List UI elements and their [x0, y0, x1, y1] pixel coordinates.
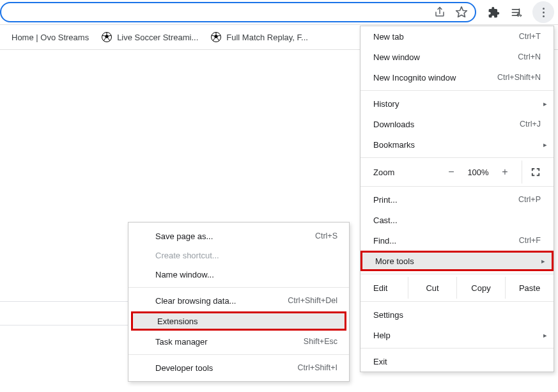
menu-separator	[360, 274, 554, 274]
star-icon[interactable]	[454, 5, 469, 19]
kebab-menu-icon[interactable]	[532, 1, 554, 23]
submenu-shortcut: Shift+Esc	[304, 337, 337, 346]
menu-shortcut: Ctrl+N	[518, 52, 541, 61]
menu-label: Settings	[373, 310, 403, 320]
menu-label: Downloads	[373, 120, 414, 129]
zoom-label: Zoom	[373, 168, 440, 177]
menu-label: Exit	[373, 357, 387, 366]
menu-label: More tools	[375, 256, 414, 266]
toolbar-actions	[481, 1, 554, 23]
menu-shortcut: Ctrl+J	[520, 120, 541, 129]
paste-button[interactable]: Paste	[505, 277, 554, 299]
menu-label: Print...	[373, 195, 398, 205]
copy-button[interactable]: Copy	[456, 277, 505, 299]
edit-label: Edit	[360, 283, 408, 293]
menu-new-window[interactable]: New window Ctrl+N	[360, 47, 554, 67]
menu-bookmarks[interactable]: Bookmarks	[360, 134, 554, 155]
submenu-clear-browsing[interactable]: Clear browsing data... Ctrl+Shift+Del	[128, 291, 349, 310]
menu-shortcut: Ctrl+Shift+N	[497, 73, 541, 82]
zoom-out-button[interactable]: −	[441, 166, 461, 178]
fullscreen-button[interactable]	[522, 161, 548, 184]
submenu-label: Name window...	[155, 270, 214, 279]
submenu-separator	[128, 354, 349, 355]
menu-label: History	[373, 99, 399, 109]
menu-shortcut: Ctrl+T	[519, 32, 541, 41]
menu-new-incognito[interactable]: New Incognito window Ctrl+Shift+N	[360, 67, 554, 88]
menu-find[interactable]: Find... Ctrl+F	[360, 230, 554, 251]
menu-label: Find...	[373, 236, 396, 246]
menu-cast[interactable]: Cast...	[360, 210, 554, 230]
submenu-name-window[interactable]: Name window...	[128, 265, 349, 284]
submenu-create-shortcut: Create shortcut...	[128, 246, 349, 265]
menu-zoom: Zoom − 100% +	[360, 161, 554, 184]
menu-print[interactable]: Print... Ctrl+P	[360, 189, 554, 210]
browser-toolbar	[0, 0, 558, 24]
submenu-shortcut: Ctrl+Shift+Del	[288, 296, 337, 305]
menu-settings[interactable]: Settings	[360, 304, 554, 325]
menu-label: New tab	[373, 32, 404, 42]
bookmark-label: Live Soccer Streami...	[117, 33, 198, 42]
menu-label: New window	[373, 52, 420, 62]
soccer-icon	[102, 32, 112, 42]
submenu-developer-tools[interactable]: Developer tools Ctrl+Shift+I	[128, 358, 349, 377]
bookmark-item[interactable]: Home | Ovo Streams	[6, 30, 94, 45]
soccer-icon	[211, 32, 221, 42]
submenu-label: Clear browsing data...	[155, 296, 236, 306]
submenu-save-page[interactable]: Save page as... Ctrl+S	[128, 226, 349, 246]
omnibox[interactable]	[0, 2, 476, 22]
menu-label: Cast...	[373, 216, 398, 225]
menu-separator	[360, 186, 554, 187]
menu-separator	[360, 301, 554, 302]
svg-point-1	[517, 13, 519, 15]
submenu-label: Task manager	[155, 337, 208, 347]
submenu-extensions[interactable]: Extensions	[131, 311, 346, 331]
submenu-separator	[128, 287, 349, 288]
menu-separator	[360, 90, 554, 91]
bookmark-label: Full Match Replay, F...	[226, 33, 308, 42]
submenu-label: Save page as...	[155, 231, 213, 241]
menu-help[interactable]: Help	[360, 325, 554, 345]
menu-edit-row: Edit Cut Copy Paste	[360, 277, 554, 299]
menu-history[interactable]: History	[360, 93, 554, 114]
chrome-main-menu: New tab Ctrl+T New window Ctrl+N New Inc…	[360, 26, 554, 372]
zoom-in-button[interactable]: +	[495, 166, 515, 178]
menu-separator	[360, 157, 554, 158]
media-controls-icon[interactable]	[509, 5, 523, 19]
menu-new-tab[interactable]: New tab Ctrl+T	[360, 26, 554, 47]
bookmark-label: Home | Ovo Streams	[12, 33, 89, 42]
submenu-shortcut: Ctrl+Shift+I	[297, 363, 337, 372]
submenu-label: Extensions	[157, 317, 198, 326]
menu-shortcut: Ctrl+P	[518, 195, 541, 204]
submenu-shortcut: Ctrl+S	[315, 231, 337, 240]
menu-downloads[interactable]: Downloads Ctrl+J	[360, 114, 554, 134]
more-tools-submenu: Save page as... Ctrl+S Create shortcut..…	[128, 222, 350, 382]
submenu-task-manager[interactable]: Task manager Shift+Esc	[128, 332, 349, 351]
menu-label: New Incognito window	[373, 73, 456, 82]
puzzle-icon[interactable]	[486, 5, 500, 19]
cut-button[interactable]: Cut	[408, 277, 456, 299]
submenu-label: Create shortcut...	[155, 251, 219, 260]
search-box-fragment[interactable]	[0, 301, 128, 325]
menu-separator	[360, 348, 554, 349]
menu-shortcut: Ctrl+F	[519, 236, 541, 245]
bookmark-item[interactable]: Live Soccer Streami...	[97, 29, 203, 45]
svg-marker-0	[456, 7, 467, 17]
bookmark-item[interactable]: Full Match Replay, F...	[206, 29, 313, 45]
zoom-percent: 100%	[463, 168, 493, 177]
share-icon[interactable]	[433, 5, 447, 19]
menu-more-tools[interactable]: More tools	[360, 251, 554, 271]
menu-label: Help	[373, 331, 391, 340]
submenu-label: Developer tools	[155, 363, 213, 373]
menu-exit[interactable]: Exit	[360, 351, 554, 372]
menu-label: Bookmarks	[373, 140, 415, 150]
